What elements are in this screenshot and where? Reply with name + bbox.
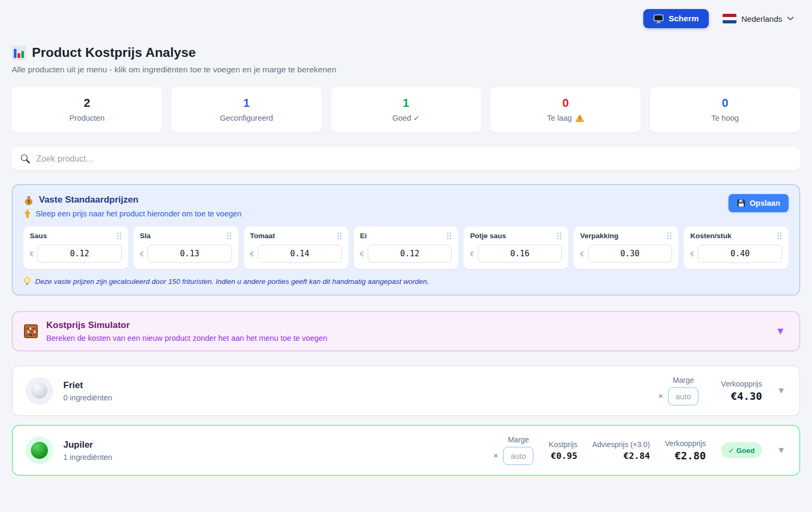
price-input[interactable] [588, 245, 673, 263]
stat-label: Geconfigureerd [220, 114, 273, 122]
product-ingredients: 0 ingrediënten [63, 393, 112, 402]
save-button[interactable]: Opslaan [728, 194, 789, 212]
stat-label: Te laag [547, 114, 572, 122]
drag-handle-icon[interactable] [337, 232, 342, 240]
price-input[interactable] [258, 245, 342, 263]
monitor-icon [653, 14, 664, 23]
stat-value: 1 [177, 96, 317, 110]
verkoopprijs-label: Verkoopprijs [721, 380, 762, 388]
price-chip-sla[interactable]: Sla € [134, 226, 238, 269]
price-input[interactable] [478, 245, 562, 263]
price-chip-ei[interactable]: Ei € [354, 226, 459, 269]
money-bag-icon: $ [23, 194, 34, 205]
kostprijs-label: Kostprijs [549, 440, 577, 449]
price-chip-potje-saus[interactable]: Potje saus € [463, 226, 568, 269]
top-bar: Scherm Nederlands [0, 0, 812, 28]
language-selector[interactable]: Nederlands [723, 14, 794, 23]
product-name: Friet [63, 380, 112, 391]
price-chip-label: Tomaat [250, 232, 275, 240]
save-button-label: Opslaan [750, 199, 780, 207]
simulator-subtitle: Bereken de kosten van een nieuw product … [46, 334, 327, 342]
screen-button-label: Scherm [668, 14, 699, 23]
price-input[interactable] [368, 245, 452, 263]
simulator-expand-icon[interactable]: ▼ [775, 325, 785, 337]
search-input[interactable] [36, 154, 792, 164]
pointing-up-icon [23, 209, 31, 219]
price-input[interactable] [37, 245, 122, 263]
kostprijs-value: €0.95 [549, 451, 577, 461]
screen-button[interactable]: Scherm [643, 9, 709, 28]
product-name: Jupiler [63, 440, 112, 450]
stat-card-goed: 1 Goed ✓ [331, 87, 482, 132]
page-title: Product Kostprijs Analyse [12, 45, 800, 60]
marge-label: Marge [668, 376, 699, 384]
stat-value: 0 [495, 96, 635, 110]
warning-icon [575, 114, 584, 122]
page-header: Product Kostprijs Analyse Alle producten… [12, 45, 800, 74]
price-chip-label: Kosten/stuk [690, 232, 731, 240]
price-chips-row: Saus € Sla [23, 226, 789, 269]
currency-symbol: € [140, 250, 144, 258]
price-chip-tomaat[interactable]: Tomaat € [244, 226, 349, 269]
expand-row-icon[interactable]: ▼ [777, 386, 785, 396]
adviesprijs-value: €2.84 [592, 451, 650, 461]
product-avatar [26, 377, 53, 405]
stat-card-te-hoog: 0 Te hoog [650, 87, 800, 132]
price-input[interactable] [147, 245, 232, 263]
currency-symbol: € [360, 250, 364, 258]
drag-handle-icon[interactable] [227, 232, 232, 240]
netherlands-flag-icon [723, 14, 736, 23]
price-chip-verpakking[interactable]: Verpakking € [574, 226, 678, 269]
price-chip-saus[interactable]: Saus € [23, 226, 128, 269]
light-bulb-icon [23, 276, 31, 286]
drag-handle-icon[interactable] [117, 232, 122, 240]
stat-value: 0 [655, 96, 795, 110]
price-chip-kosten-stuk[interactable]: Kosten/stuk € [684, 226, 789, 269]
language-label: Nederlands [741, 14, 782, 23]
chevron-down-icon [787, 16, 794, 21]
page-title-text: Product Kostprijs Analyse [32, 45, 196, 60]
product-avatar [26, 437, 53, 464]
price-chip-label: Sla [140, 232, 151, 240]
green-ball-icon [31, 442, 48, 459]
currency-symbol: € [30, 250, 34, 258]
multiply-sign: × [658, 391, 663, 406]
simulator-panel[interactable]: Kostprijs Simulator Bereken de kosten va… [12, 311, 800, 351]
drag-handle-icon[interactable] [446, 232, 452, 240]
verkoopprijs-value: €2.80 [665, 450, 706, 462]
stat-card-producten: 2 Producten [12, 87, 162, 132]
verkoopprijs-label: Verkoopprijs [665, 439, 706, 448]
price-chip-label: Potje saus [470, 232, 506, 240]
drag-handle-icon[interactable] [667, 232, 672, 240]
standard-prices-panel: $ Vaste Standaardprijzen Sleep een prijs… [12, 184, 800, 296]
status-badge: ✓ Goed [721, 442, 763, 458]
stat-label: Goed ✓ [392, 114, 420, 122]
adviesprijs-label: Adviesprijs (×3.0) [592, 440, 650, 449]
bar-chart-icon [12, 46, 26, 60]
drag-handle-icon[interactable] [557, 232, 562, 240]
price-chip-label: Ei [360, 232, 367, 240]
stat-label: Te hoog [711, 114, 739, 122]
currency-symbol: € [690, 250, 694, 258]
price-chip-label: Saus [30, 232, 47, 240]
verkoopprijs-value: €4.30 [721, 390, 762, 402]
price-input[interactable] [698, 245, 782, 263]
stat-card-te-laag: 0 Te laag [490, 87, 641, 132]
stat-card-geconfigureerd: 1 Geconfigureerd [171, 87, 322, 132]
currency-symbol: € [250, 250, 254, 258]
abacus-icon [23, 324, 38, 339]
standard-prices-note: Deze vaste prijzen zijn gecalculeerd doo… [23, 276, 789, 286]
marge-input[interactable] [668, 387, 699, 406]
marge-input[interactable] [503, 447, 534, 465]
expand-row-icon[interactable]: ▼ [777, 446, 785, 455]
stat-value: 2 [17, 96, 157, 110]
marge-label: Marge [503, 435, 534, 444]
product-row-friet[interactable]: Friet 0 ingrediënten × Marge Verkoopprij… [12, 365, 800, 416]
stats-row: 2 Producten 1 Geconfigureerd 1 Goed ✓ 0 … [12, 87, 800, 132]
drag-handle-icon[interactable] [777, 232, 782, 240]
page-subtitle: Alle producten uit je menu - klik om ing… [12, 65, 800, 74]
standard-prices-title: $ Vaste Standaardprijzen [23, 194, 242, 205]
product-row-jupiler[interactable]: Jupiler 1 ingrediënten × Marge Kostprijs… [12, 425, 800, 476]
price-chip-label: Verpakking [580, 232, 618, 240]
standard-prices-subtitle: Sleep een prijs naar het product hierond… [23, 209, 242, 219]
